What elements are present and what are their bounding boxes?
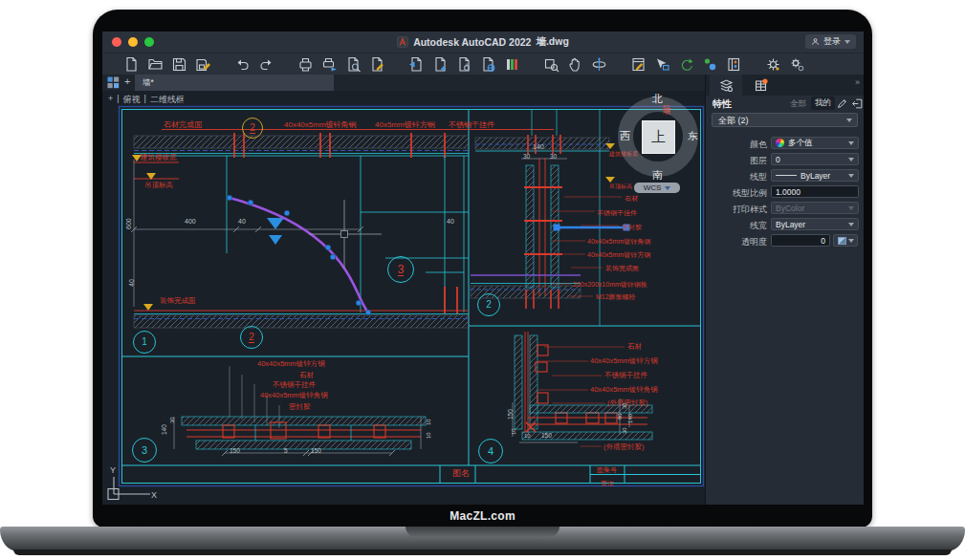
cad-text-label: 石材 bbox=[299, 372, 314, 379]
wcs-dropdown[interactable]: WCS bbox=[634, 183, 680, 193]
property-value-dropdown: ByColor bbox=[771, 202, 859, 214]
selection-dropdown[interactable]: 全部 (2) bbox=[712, 113, 858, 127]
window-title: Autodesk AutoCAD 2022 墙.dwg bbox=[102, 32, 864, 53]
open-file-icon[interactable] bbox=[147, 56, 164, 73]
settings-icon[interactable] bbox=[789, 56, 805, 73]
property-value-dropdown[interactable]: 0 bbox=[771, 153, 859, 165]
laptop-base-shadow bbox=[13, 549, 952, 555]
cad-text-label: 600 bbox=[125, 218, 132, 229]
orbit-icon[interactable] bbox=[591, 56, 607, 73]
undo-icon[interactable] bbox=[234, 56, 251, 73]
match-properties-icon[interactable] bbox=[654, 56, 670, 73]
viewcube-north[interactable]: 北 bbox=[652, 94, 663, 104]
cad-text-label: 140 bbox=[162, 424, 168, 435]
property-value-dropdown[interactable]: 多个值 bbox=[771, 137, 859, 149]
cad-text-label: 不锈钢干挂件 bbox=[597, 209, 637, 216]
toolbar-group bbox=[765, 56, 805, 73]
tab-properties[interactable] bbox=[710, 75, 742, 96]
drawing-tabstrip: + 墙* bbox=[102, 75, 705, 91]
edit-properties-button[interactable] bbox=[836, 97, 848, 109]
save-as-icon[interactable] bbox=[195, 56, 211, 73]
viewcube-south[interactable]: 南 bbox=[652, 170, 663, 181]
viewcube-west[interactable]: 西 bbox=[620, 131, 630, 141]
property-row: 颜色多个值 bbox=[706, 136, 864, 152]
save-web-icon[interactable] bbox=[480, 56, 496, 73]
screen: Autodesk AutoCAD 2022 墙.dwg 登录 bbox=[102, 32, 864, 505]
close-panel-button[interactable] bbox=[851, 97, 864, 109]
chevron-down-icon bbox=[848, 141, 854, 145]
login-button[interactable]: 登录 bbox=[805, 34, 856, 49]
viewcube-top-face[interactable]: 上 bbox=[642, 120, 675, 154]
detail-callout: 2 bbox=[240, 326, 263, 349]
property-value-dropdown[interactable]: ByLayer bbox=[771, 218, 859, 230]
transparency-dropdown-button[interactable] bbox=[833, 234, 858, 247]
redo-icon[interactable] bbox=[258, 56, 274, 73]
filter-all-button[interactable]: 全部 bbox=[790, 98, 806, 110]
plot-preview-icon[interactable] bbox=[345, 56, 362, 73]
visual-style-control-button[interactable]: 二维线框 bbox=[150, 94, 185, 106]
chevron-down-icon bbox=[848, 158, 854, 162]
new-drawing-tab-button[interactable]: + bbox=[124, 75, 130, 87]
bezel-brand: MacZL.com bbox=[93, 509, 872, 523]
toolbar bbox=[102, 54, 864, 75]
viewport-menu-button[interactable]: + bbox=[108, 94, 113, 106]
properties-palette-icon[interactable] bbox=[630, 56, 647, 73]
property-value-input[interactable]: 1.0000 bbox=[771, 185, 859, 198]
filter-my-button[interactable]: 我的 bbox=[811, 97, 835, 110]
cad-text-label: 40 bbox=[128, 279, 135, 287]
chevron-down-icon bbox=[848, 223, 854, 226]
plot-icon[interactable] bbox=[297, 56, 314, 73]
detail-callout: 2 bbox=[242, 118, 263, 139]
panel-overflow-button[interactable]: » bbox=[855, 77, 860, 87]
view-control-button[interactable]: 俯视 bbox=[123, 94, 141, 106]
toolbar-group bbox=[297, 56, 385, 73]
cad-text-label: 建筑楼板底 bbox=[141, 154, 177, 162]
insert-block-icon[interactable] bbox=[504, 56, 520, 73]
workspace-icon[interactable] bbox=[765, 56, 781, 73]
attach-icon[interactable] bbox=[432, 56, 449, 73]
cad-text-label: 10 bbox=[426, 419, 431, 425]
import-icon[interactable] bbox=[408, 56, 425, 73]
cad-text-label: 40 bbox=[447, 218, 454, 225]
detail-callout-number: 3 bbox=[398, 264, 405, 276]
chevron-down-icon bbox=[665, 186, 670, 190]
viewcube-top-label: 上 bbox=[651, 128, 666, 146]
cad-text-label: 图名 bbox=[452, 469, 470, 478]
cad-text-label: 密封胶 bbox=[622, 224, 642, 230]
cad-text-label: 10 bbox=[426, 432, 431, 439]
viewcube-east[interactable]: 东 bbox=[688, 131, 698, 141]
new-file-icon[interactable] bbox=[123, 56, 140, 73]
property-value: ByColor bbox=[776, 204, 844, 213]
drawing-tab-active[interactable]: 墙* bbox=[135, 75, 334, 91]
tool-palettes-icon[interactable] bbox=[726, 56, 742, 73]
sheet-set-manager-icon[interactable] bbox=[678, 56, 694, 73]
autocad-logo-icon bbox=[397, 36, 408, 48]
cad-text-label: 40 bbox=[238, 218, 246, 225]
detail-callout-number: 2 bbox=[486, 300, 492, 310]
cad-text-label: 吊顶标高 bbox=[609, 183, 632, 189]
panel-header: 特性 全部 我的 bbox=[706, 96, 864, 111]
pan-icon[interactable] bbox=[567, 56, 583, 73]
transparency-input[interactable]: 0 bbox=[771, 234, 830, 247]
tab-blocks[interactable] bbox=[744, 75, 777, 96]
design-center-icon[interactable] bbox=[702, 56, 718, 73]
property-row: 线型比例1.0000 bbox=[706, 184, 864, 201]
zoom-window-icon[interactable] bbox=[543, 56, 559, 73]
publish-icon[interactable] bbox=[369, 56, 385, 73]
batch-plot-icon[interactable] bbox=[321, 56, 338, 73]
save-icon[interactable] bbox=[171, 56, 187, 73]
cad-text-label: 80 bbox=[617, 413, 623, 420]
toolbar-group bbox=[123, 56, 211, 73]
chevron-down-icon bbox=[848, 206, 854, 210]
layers-icon bbox=[719, 78, 734, 93]
cad-text-label: M12膨胀螺栓 bbox=[596, 293, 636, 300]
login-label: 登录 bbox=[823, 35, 841, 48]
hyperlink-icon[interactable] bbox=[456, 56, 472, 73]
selection-value: 全部 (2) bbox=[718, 116, 749, 125]
drawing-canvas[interactable]: + | 俯视 | 二维线框 bbox=[102, 91, 705, 505]
building-grid-icon bbox=[754, 78, 768, 93]
cad-text-label: (外墙密封胶) bbox=[607, 399, 648, 407]
separator: | bbox=[144, 94, 146, 106]
property-value-dropdown[interactable]: ByLayer bbox=[771, 169, 859, 182]
start-tab-icon[interactable] bbox=[107, 76, 120, 89]
